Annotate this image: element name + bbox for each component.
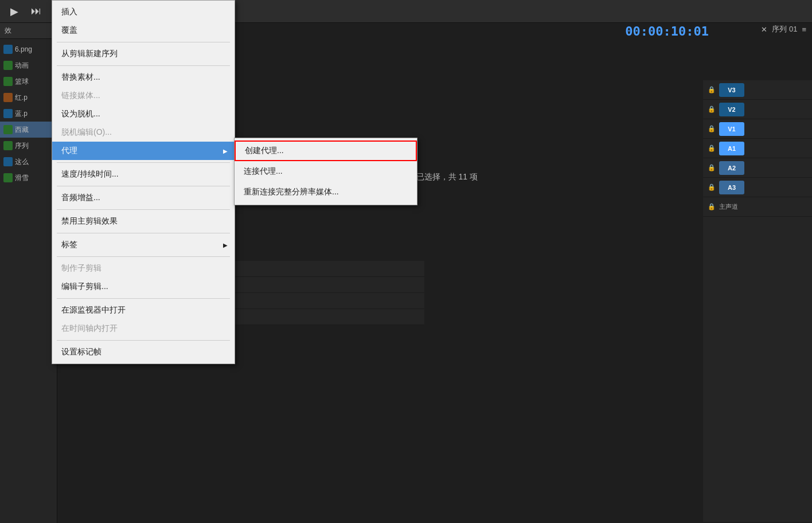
list-item[interactable]: 蓝.p: [0, 106, 57, 122]
submenu-item-label: 创建代理...: [245, 146, 284, 156]
track-row-v1: 🔒 V1: [703, 119, 812, 139]
submenu-item-label: 重新连接完整分辨率媒体...: [244, 187, 339, 197]
menu-item-label: 在时间轴内打开: [61, 323, 118, 334]
menu-separator: [57, 162, 230, 163]
item-icon: [3, 77, 13, 86]
menu-item-offline[interactable]: 设为脱机...: [52, 105, 235, 123]
menu-item-label: 音频增益...: [61, 193, 100, 203]
list-item[interactable]: 6.png: [0, 41, 57, 57]
item-icon: [3, 93, 13, 102]
track-button-v1[interactable]: V1: [719, 122, 744, 136]
menu-item-label: 链接媒体...: [61, 91, 100, 101]
lock-icon: 🔒: [708, 106, 716, 113]
menu-item-open-source[interactable]: 在源监视器中打开: [52, 301, 235, 319]
menu-item-speed[interactable]: 速度/持续时间...: [52, 165, 235, 184]
menu-separator: [57, 209, 230, 210]
menu-item-label: 从剪辑新建序列: [61, 49, 118, 59]
item-icon: [3, 141, 13, 150]
menu-item-open-timeline: 在时间轴内打开: [52, 319, 235, 338]
right-track-panel: 🔒 V3 🔒 V2 🔒 V1 🔒 A1 🔒 A2 🔒 A3 🔒 主声道: [703, 80, 812, 522]
list-item[interactable]: 篮球: [0, 73, 57, 89]
menu-item-label: 覆盖: [61, 25, 77, 36]
menu-item-label: 设为脱机...: [61, 109, 100, 119]
track-row-a1: 🔒 A1: [703, 139, 812, 158]
track-button-v3[interactable]: V3: [719, 83, 744, 97]
item-label: 序列: [15, 141, 29, 151]
submenu-proxy: 创建代理... 连接代理... 重新连接完整分辨率媒体...: [234, 138, 417, 205]
menu-item-label: 速度/持续时间...: [61, 169, 119, 179]
menu-separator: [57, 186, 230, 186]
lock-icon: 🔒: [708, 145, 716, 152]
track-row-v3: 🔒 V3: [703, 80, 812, 100]
submenu-item-reconnect[interactable]: 重新连接完整分辨率媒体...: [235, 182, 417, 202]
item-label: 红.p: [15, 93, 28, 103]
lock-icon: 🔒: [708, 125, 716, 132]
track-row-master: 🔒 主声道: [703, 197, 812, 217]
sequence-header: ✕ 序列 01 ≡: [761, 24, 806, 34]
menu-item-audio-gain[interactable]: 音频增益...: [52, 189, 235, 207]
menu-item-replace[interactable]: 替换素材...: [52, 68, 235, 87]
item-icon: [3, 157, 13, 166]
item-label: 这么: [15, 157, 29, 167]
menu-item-edit-offline: 脱机编辑(O)...: [52, 123, 235, 142]
menu-icon[interactable]: ≡: [802, 25, 806, 34]
list-item[interactable]: 滑雪: [0, 170, 57, 186]
item-label: 西藏: [15, 125, 29, 135]
menu-item-label[interactable]: 标签: [52, 236, 235, 254]
item-icon: [3, 173, 13, 182]
menu-item-cover[interactable]: 覆盖: [52, 21, 235, 40]
track-button-a1[interactable]: A1: [719, 142, 744, 155]
menu-item-set-poster[interactable]: 设置标记帧: [52, 343, 235, 361]
list-item[interactable]: 动画: [0, 57, 57, 73]
panel-tab-effects[interactable]: 效: [5, 26, 11, 36]
menu-item-label: 编辑子剪辑...: [61, 282, 108, 292]
list-item[interactable]: 序列: [0, 138, 57, 154]
play-button[interactable]: ▶: [6, 3, 23, 20]
list-item-selected[interactable]: 西藏: [0, 122, 57, 138]
menu-item-label: 代理: [61, 146, 77, 156]
track-button-v2[interactable]: V2: [719, 103, 744, 116]
item-label: 滑雪: [15, 173, 29, 183]
submenu-item-connect-proxy[interactable]: 连接代理...: [235, 161, 417, 182]
menu-item-label: 标签: [61, 240, 77, 250]
menu-item-label: 替换素材...: [61, 72, 100, 83]
menu-separator: [57, 42, 230, 42]
menu-item-label: 设置标记帧: [61, 347, 102, 357]
list-item[interactable]: 红.p: [0, 89, 57, 106]
timecode-display: 00:00:10:01: [625, 24, 709, 38]
lock-icon: 🔒: [708, 164, 716, 171]
step-forward-button[interactable]: ⏭: [26, 3, 46, 19]
submenu-item-create-proxy[interactable]: 创建代理...: [235, 140, 417, 161]
menu-item-label: 插入: [61, 7, 77, 17]
menu-separator: [57, 233, 230, 233]
menu-item-link-media: 链接媒体...: [52, 87, 235, 105]
menu-item-new-seq[interactable]: 从剪辑新建序列: [52, 45, 235, 63]
item-label: 动画: [15, 61, 29, 71]
master-track-label: 主声道: [719, 202, 738, 211]
context-menu: 插入 覆盖 从剪辑新建序列 替换素材... 链接媒体... 设为脱机... 脱机…: [52, 0, 235, 364]
menu-item-label: 禁用主剪辑效果: [61, 216, 118, 227]
menu-item-edit-subclip[interactable]: 编辑子剪辑...: [52, 278, 235, 296]
menu-item-insert[interactable]: 插入: [52, 3, 235, 21]
sequence-label: 序列 01: [772, 24, 797, 34]
track-button-a3[interactable]: A3: [719, 181, 744, 194]
item-label: 篮球: [15, 77, 29, 87]
lock-icon: 🔒: [708, 203, 716, 210]
item-icon: [3, 45, 13, 54]
item-icon: [3, 125, 13, 134]
track-row-a3: 🔒 A3: [703, 178, 812, 197]
menu-item-disable-fx[interactable]: 禁用主剪辑效果: [52, 212, 235, 231]
menu-separator: [57, 340, 230, 341]
item-icon: [3, 109, 13, 118]
menu-item-proxy[interactable]: 代理: [52, 142, 235, 160]
menu-item-label: 制作子剪辑: [61, 263, 102, 274]
panel-header: 效: [0, 23, 57, 39]
menu-item-label: 脱机编辑(O)...: [61, 127, 112, 138]
left-panel: 效 6.png 动画 篮球 红.p 蓝.p 西藏 序列: [0, 23, 57, 523]
project-items: 6.png 动画 篮球 红.p 蓝.p 西藏 序列 这么: [0, 39, 57, 188]
track-button-a2[interactable]: A2: [719, 161, 744, 175]
list-item[interactable]: 这么: [0, 154, 57, 170]
track-row-a2: 🔒 A2: [703, 158, 812, 178]
track-row-v2: 🔒 V2: [703, 100, 812, 119]
close-icon[interactable]: ✕: [761, 25, 767, 34]
